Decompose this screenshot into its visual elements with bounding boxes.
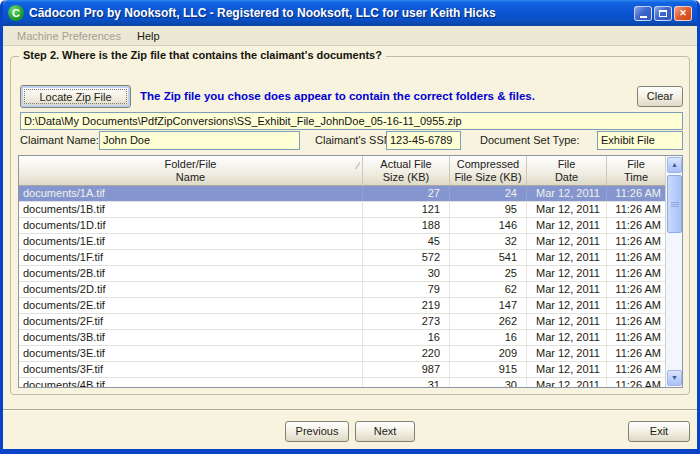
claimant-name-field[interactable]: John Doe (99, 131, 300, 150)
table-cell-compressed: 32 (450, 234, 527, 249)
minimize-button[interactable] (634, 6, 652, 21)
sort-ascending-icon: ∕ (357, 159, 359, 172)
column-header-file-time[interactable]: File Time (607, 156, 665, 186)
table-row[interactable]: documents/4B.tif3130Mar 12, 201111:26 AM (19, 378, 665, 388)
table-cell-compressed: 915 (450, 362, 527, 377)
table-cell-actual: 188 (363, 218, 450, 233)
close-button[interactable]: ✕ (674, 6, 692, 21)
table-cell-compressed: 262 (450, 314, 527, 329)
next-button[interactable]: Next (355, 421, 415, 442)
table-cell-time: 11:26 AM (607, 362, 665, 377)
table-cell-date: Mar 12, 2011 (527, 378, 607, 388)
scroll-up-icon[interactable]: ▲ (667, 157, 682, 173)
table-cell-time: 11:26 AM (607, 330, 665, 345)
table-cell-name: documents/1B.tif (19, 202, 363, 217)
table-cell-time: 11:26 AM (607, 250, 665, 265)
table-cell-compressed: 146 (450, 218, 527, 233)
zip-path-field[interactable]: D:\Data\My Documents\PdfZipConversions\S… (20, 112, 683, 130)
window-title: Cādocon Pro by Nooksoft, LLC - Registere… (29, 6, 634, 20)
table-body: documents/1A.tif2724Mar 12, 201111:26 AM… (19, 186, 665, 388)
zip-validation-message: The Zip file you chose does appear to co… (140, 90, 630, 102)
table-cell-name: documents/2D.tif (19, 282, 363, 297)
column-header-actual-size[interactable]: Actual File Size (KB) (363, 156, 450, 186)
table-cell-name: documents/3B.tif (19, 330, 363, 345)
table-row[interactable]: documents/3F.tif987915Mar 12, 201111:26 … (19, 362, 665, 378)
menu-machine-preferences[interactable]: Machine Preferences (9, 28, 129, 44)
maximize-icon (659, 10, 667, 17)
table-cell-time: 11:26 AM (607, 378, 665, 388)
table-cell-time: 11:26 AM (607, 282, 665, 297)
table-row[interactable]: documents/1E.tif4532Mar 12, 201111:26 AM (19, 234, 665, 250)
minimize-icon (640, 16, 647, 18)
table-cell-date: Mar 12, 2011 (527, 266, 607, 281)
main-content: Step 2. Where is the Zip file that conta… (3, 46, 697, 449)
scrollbar-thumb[interactable] (667, 175, 682, 233)
vertical-scrollbar[interactable]: ▲ ▼ (665, 156, 682, 387)
table-row[interactable]: documents/3E.tif220209Mar 12, 201111:26 … (19, 346, 665, 362)
table-cell-compressed: 24 (450, 186, 527, 201)
app-logo-icon: C (8, 5, 24, 21)
table-row[interactable]: documents/1F.tif572541Mar 12, 201111:26 … (19, 250, 665, 266)
clear-button[interactable]: Clear (637, 86, 683, 107)
table-cell-date: Mar 12, 2011 (527, 346, 607, 361)
table-cell-name: documents/2E.tif (19, 298, 363, 313)
document-set-type-label: Document Set Type: (480, 134, 579, 146)
table-row[interactable]: documents/2D.tif7962Mar 12, 201111:26 AM (19, 282, 665, 298)
table-row[interactable]: documents/1D.tif188146Mar 12, 201111:26 … (19, 218, 665, 234)
footer-divider (3, 409, 697, 411)
table-cell-name: documents/1D.tif (19, 218, 363, 233)
column-header-compressed-size[interactable]: Compressed File Size (KB) (450, 156, 527, 186)
table-row[interactable]: documents/2E.tif219147Mar 12, 201111:26 … (19, 298, 665, 314)
table-cell-actual: 79 (363, 282, 450, 297)
table-cell-date: Mar 12, 2011 (527, 218, 607, 233)
step2-title: Step 2. Where is the Zip file that conta… (19, 49, 386, 61)
table-cell-actual: 572 (363, 250, 450, 265)
claimant-ssn-field[interactable]: 123-45-6789 (386, 131, 461, 150)
scroll-down-icon[interactable]: ▼ (667, 370, 682, 386)
table-cell-compressed: 30 (450, 378, 527, 388)
scrollbar-grip (671, 202, 679, 208)
locate-zip-file-button[interactable]: Locate Zip File (20, 85, 131, 108)
table-row[interactable]: documents/2B.tif3025Mar 12, 201111:26 AM (19, 266, 665, 282)
maximize-button[interactable] (654, 6, 672, 21)
column-header-file-date[interactable]: File Date (527, 156, 607, 186)
table-cell-compressed: 209 (450, 346, 527, 361)
menu-help[interactable]: Help (129, 28, 168, 44)
table-row[interactable]: documents/2F.tif273262Mar 12, 201111:26 … (19, 314, 665, 330)
locate-zip-file-label: Locate Zip File (24, 89, 127, 104)
table-cell-date: Mar 12, 2011 (527, 234, 607, 249)
table-header: Folder/File Name ∕ Actual File Size (KB)… (19, 156, 665, 186)
table-cell-compressed: 147 (450, 298, 527, 313)
table-row[interactable]: documents/1A.tif2724Mar 12, 201111:26 AM (19, 186, 665, 202)
table-cell-date: Mar 12, 2011 (527, 362, 607, 377)
table-cell-actual: 31 (363, 378, 450, 388)
table-cell-name: documents/4B.tif (19, 378, 363, 388)
table-row[interactable]: documents/1B.tif12195Mar 12, 201111:26 A… (19, 202, 665, 218)
table-row[interactable]: documents/3B.tif1616Mar 12, 201111:26 AM (19, 330, 665, 346)
table-cell-actual: 45 (363, 234, 450, 249)
table-cell-name: documents/2B.tif (19, 266, 363, 281)
table-cell-time: 11:26 AM (607, 186, 665, 201)
previous-button[interactable]: Previous (285, 421, 349, 442)
app-window: C Cādocon Pro by Nooksoft, LLC - Registe… (0, 0, 700, 454)
table-cell-time: 11:26 AM (607, 298, 665, 313)
table-cell-date: Mar 12, 2011 (527, 250, 607, 265)
table-cell-time: 11:26 AM (607, 218, 665, 233)
claimant-name-label: Claimant Name: (20, 134, 99, 146)
table-cell-name: documents/3E.tif (19, 346, 363, 361)
table-cell-name: documents/2F.tif (19, 314, 363, 329)
table-cell-actual: 273 (363, 314, 450, 329)
table-cell-compressed: 62 (450, 282, 527, 297)
table-cell-actual: 219 (363, 298, 450, 313)
title-bar[interactable]: C Cādocon Pro by Nooksoft, LLC - Registe… (3, 0, 697, 26)
table-cell-actual: 30 (363, 266, 450, 281)
close-icon: ✕ (679, 8, 687, 18)
table-cell-name: documents/1F.tif (19, 250, 363, 265)
table-cell-actual: 27 (363, 186, 450, 201)
file-table: Folder/File Name ∕ Actual File Size (KB)… (18, 155, 683, 388)
table-cell-time: 11:26 AM (607, 202, 665, 217)
table-cell-name: documents/3F.tif (19, 362, 363, 377)
exit-button[interactable]: Exit (628, 421, 690, 442)
column-header-folder-file-name[interactable]: Folder/File Name ∕ (19, 156, 363, 186)
document-set-type-field[interactable]: Exhibit File (597, 131, 683, 150)
